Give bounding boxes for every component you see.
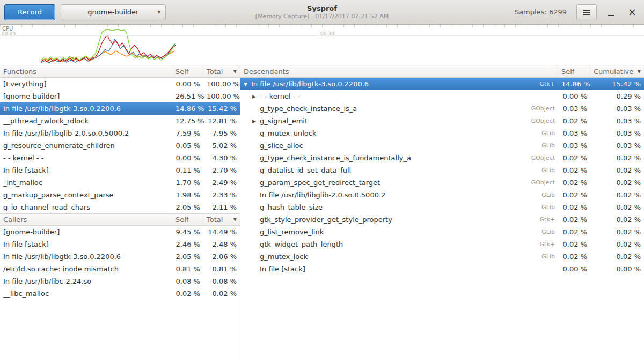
- function-row[interactable]: g_io_channel_read_chars2.05 %2.11 %: [0, 201, 240, 213]
- descendant-row[interactable]: g_slice_allocGLib0.03 %0.03 %: [240, 139, 644, 152]
- symbol-name: gtk_style_provider_get_style_property: [260, 216, 392, 224]
- functions-column-label: Functions: [3, 68, 36, 76]
- symbol-name: g_resource_enumerate_children: [0, 142, 172, 150]
- library-category-badge: GLib: [536, 253, 555, 260]
- self-percent: 0.00 %: [172, 154, 203, 162]
- functions-self-column-header[interactable]: Self: [172, 65, 203, 77]
- total-percent: 2.49 %: [203, 179, 240, 187]
- expander-closed-icon[interactable]: ▶: [252, 119, 260, 124]
- cpu-timeline[interactable]: CPU 00:00 00:30: [0, 25, 644, 65]
- caller-row[interactable]: In file [stack]2.46 %2.48 %: [0, 238, 240, 250]
- self-percent: 26.51 %: [172, 92, 203, 100]
- profile-target-label: gnome-builder: [87, 8, 138, 16]
- cumulative-percent: 0.02 %: [590, 203, 644, 211]
- functions-column-header[interactable]: Functions: [0, 65, 172, 77]
- expander-open-icon[interactable]: ▼: [244, 82, 251, 87]
- library-category-badge: GObject: [526, 105, 555, 112]
- descendants-self-column-header[interactable]: Self: [558, 65, 590, 77]
- self-percent: 0.02 %: [558, 179, 590, 187]
- expander-closed-icon[interactable]: ▶: [252, 94, 260, 99]
- symbol-cell: g_slice_allocGLib: [240, 142, 558, 150]
- library-category-badge: Gtk+: [535, 216, 555, 223]
- sysprof-window: Record gnome-builder ▾ Sysprof [Memory C…: [0, 0, 644, 362]
- profile-target-dropdown[interactable]: gnome-builder ▾: [61, 4, 166, 20]
- caller-row[interactable]: /etc/ld.so.cache: inode mismatch0.81 %0.…: [0, 263, 240, 275]
- function-row[interactable]: - - kernel - -0.00 %4.30 %: [0, 152, 240, 164]
- callers-self-column-header[interactable]: Self: [172, 214, 203, 225]
- descendant-row[interactable]: g_mutex_unlockGLib0.03 %0.03 %: [240, 127, 644, 139]
- descendant-row[interactable]: g_hash_table_sizeGLib0.02 %0.02 %: [240, 201, 644, 213]
- callers-total-column-header[interactable]: Total ▼: [203, 214, 240, 225]
- close-button[interactable]: ×: [625, 4, 640, 20]
- caller-row[interactable]: __libc_malloc0.02 %0.02 %: [0, 287, 240, 300]
- hamburger-menu-icon: [583, 12, 590, 13]
- descendant-row[interactable]: In file /usr/lib/libglib-2.0.so.0.5000.2…: [240, 189, 644, 201]
- cumulative-percent: 15.42 %: [590, 80, 644, 88]
- cumulative-percent: 0.29 %: [590, 92, 644, 100]
- symbol-cell: g_datalist_id_set_data_fullGLib: [240, 166, 558, 174]
- functions-total-column-header[interactable]: Total ▼: [203, 65, 240, 77]
- functions-rows: [Everything]0.00 %100.00 %[gnome-builder…: [0, 78, 240, 213]
- descendant-row[interactable]: gtk_widget_path_lengthGtk+0.02 %0.02 %: [240, 238, 644, 250]
- self-percent: 14.86 %: [558, 80, 590, 88]
- cumulative-percent: 0.02 %: [590, 253, 644, 261]
- caller-row[interactable]: In file /usr/lib/libgtk-3.so.0.2200.62.0…: [0, 250, 240, 263]
- record-button[interactable]: Record: [4, 4, 55, 20]
- library-category-badge: Gtk+: [535, 241, 555, 248]
- descendant-row[interactable]: g_param_spec_get_redirect_targetGObject0…: [240, 176, 644, 189]
- function-row[interactable]: In file [stack]0.11 %2.70 %: [0, 164, 240, 176]
- function-row[interactable]: g_markup_parse_context_parse1.98 %2.33 %: [0, 189, 240, 201]
- function-row[interactable]: [Everything]0.00 %100.00 %: [0, 78, 240, 90]
- descendant-row[interactable]: gtk_style_provider_get_style_propertyGtk…: [240, 213, 644, 226]
- descendants-header: Descendants Self Cumulative ▼: [240, 65, 644, 78]
- descendant-row[interactable]: ▼In file /usr/lib/libgtk-3.so.0.2200.6Gt…: [240, 78, 644, 90]
- descendant-row[interactable]: g_list_remove_linkGLib0.02 %0.02 %: [240, 226, 644, 238]
- caller-row[interactable]: [gnome-builder]9.45 %14.49 %: [0, 226, 240, 238]
- main-area: Functions Self Total ▼ [Everything]0.00 …: [0, 65, 644, 362]
- descendant-row[interactable]: g_type_check_instance_is_aGObject0.03 %0…: [240, 102, 644, 115]
- symbol-cell: g_list_remove_linkGLib: [240, 228, 558, 236]
- cumulative-percent: 0.02 %: [590, 228, 644, 236]
- function-row[interactable]: In file /usr/lib/libglib-2.0.so.0.5000.2…: [0, 127, 240, 139]
- function-row[interactable]: _int_malloc1.70 %2.49 %: [0, 176, 240, 189]
- descendant-row[interactable]: g_datalist_id_set_data_fullGLib0.02 %0.0…: [240, 164, 644, 176]
- symbol-name: In file [stack]: [0, 240, 172, 248]
- symbol-name: - - kernel - -: [260, 92, 300, 100]
- descendants-cumulative-column-header[interactable]: Cumulative ▼: [590, 65, 644, 77]
- total-percent: 5.02 %: [203, 142, 240, 150]
- descendant-row[interactable]: ▶g_signal_emitGObject0.02 %0.03 %: [240, 115, 644, 127]
- function-row[interactable]: In file /usr/lib/libgtk-3.so.0.2200.614.…: [0, 102, 240, 115]
- library-category-badge: GLib: [536, 228, 555, 235]
- symbol-name: - - kernel - -: [0, 154, 172, 162]
- minimize-button[interactable]: [603, 4, 618, 20]
- symbol-name: [gnome-builder]: [0, 228, 172, 236]
- function-row[interactable]: [gnome-builder]26.51 %100.00 %: [0, 90, 240, 102]
- symbol-name: __pthread_rwlock_rdlock: [0, 117, 172, 125]
- symbol-name: g_param_spec_get_redirect_target: [260, 179, 380, 187]
- function-row[interactable]: g_resource_enumerate_children0.05 %5.02 …: [0, 139, 240, 152]
- descendant-row[interactable]: g_mutex_lockGLib0.02 %0.02 %: [240, 250, 644, 263]
- symbol-name: g_mutex_unlock: [260, 129, 316, 137]
- cumulative-percent: 0.03 %: [590, 117, 644, 125]
- symbol-cell: g_mutex_unlockGLib: [240, 129, 558, 137]
- self-percent: 0.05 %: [172, 142, 203, 150]
- descendant-row[interactable]: ▶- - kernel - -0.00 %0.29 %: [240, 90, 644, 102]
- function-row[interactable]: __pthread_rwlock_rdlock12.75 %12.81 %: [0, 115, 240, 127]
- self-percent: 0.02 %: [558, 228, 590, 236]
- total-percent: 2.48 %: [203, 240, 240, 248]
- window-title-area: Sysprof [Memory Capture] - 01/17/2017 07…: [255, 4, 389, 20]
- symbol-cell: ▼In file /usr/lib/libgtk-3.so.0.2200.6Gt…: [240, 80, 558, 88]
- headerbar: Record gnome-builder ▾ Sysprof [Memory C…: [0, 0, 644, 25]
- descendants-column-header[interactable]: Descendants: [240, 65, 558, 77]
- self-column-label: Self: [175, 68, 188, 76]
- cumulative-percent: 0.02 %: [590, 154, 644, 162]
- descendant-row[interactable]: g_type_check_instance_is_fundamentally_a…: [240, 152, 644, 164]
- caller-row[interactable]: In file /usr/lib/libc-2.24.so0.08 %0.08 …: [0, 275, 240, 287]
- cumulative-percent: 0.02 %: [590, 179, 644, 187]
- symbol-cell: g_type_check_instance_is_aGObject: [240, 105, 558, 113]
- menu-button[interactable]: [576, 4, 597, 20]
- descendant-row[interactable]: In file [stack]0.00 %0.00 %: [240, 263, 644, 275]
- samples-count: Samples: 6299: [515, 8, 567, 16]
- callers-column-header[interactable]: Callers: [0, 214, 172, 225]
- self-percent: 0.02 %: [558, 240, 590, 248]
